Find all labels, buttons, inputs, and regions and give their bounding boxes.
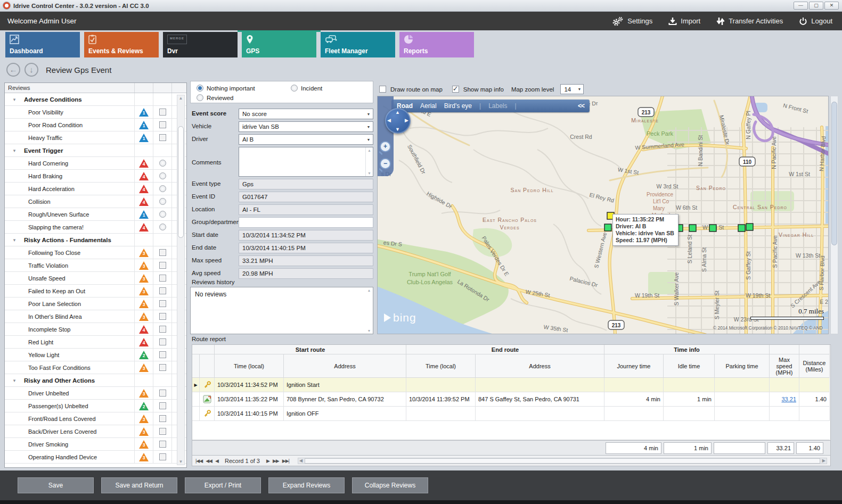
route-point-marker[interactable]: [746, 224, 753, 230]
pan-down-icon[interactable]: ▼: [395, 127, 400, 132]
review-checkbox[interactable]: [159, 262, 166, 269]
review-checkbox[interactable]: [159, 287, 166, 294]
collapse-arrow-icon[interactable]: ▾: [5, 378, 24, 383]
back-button[interactable]: ←: [6, 63, 20, 77]
review-item-row[interactable]: Poor Lane Selection3: [5, 298, 186, 310]
review-radio[interactable]: [159, 211, 166, 218]
comments-textarea[interactable]: ▲▼: [239, 147, 373, 177]
map-zoom-out-button[interactable]: −: [380, 158, 391, 169]
status-reviewed[interactable]: Reviewed: [197, 94, 234, 101]
max-speed-link[interactable]: 33.21: [781, 396, 796, 402]
review-checkbox[interactable]: [159, 109, 166, 115]
group-department-field[interactable]: [239, 217, 373, 228]
table-horizontal-scrollbar[interactable]: ◀ ▶: [298, 458, 827, 464]
review-checkbox[interactable]: [159, 441, 166, 448]
review-checkbox[interactable]: [159, 249, 166, 256]
review-item-row[interactable]: Poor Road Condition1: [5, 119, 186, 131]
pan-left-icon[interactable]: ◀: [387, 118, 391, 123]
review-item-row[interactable]: Front/Road Lens Covered3: [5, 412, 186, 425]
review-item-row[interactable]: Following Too Close3: [5, 246, 186, 259]
radio-icon[interactable]: [197, 94, 203, 101]
review-item-row[interactable]: Hard Acceleration4: [5, 183, 186, 195]
map-zoom-in-button[interactable]: +: [380, 141, 391, 152]
record-next-icon[interactable]: ▶: [266, 458, 269, 464]
close-button[interactable]: ✕: [824, 2, 839, 10]
review-item-row[interactable]: Driver Unbelted3: [5, 387, 186, 400]
reviews-section-row[interactable]: ▾Adverse Conditions: [5, 93, 186, 106]
review-item-row[interactable]: Poor Visibility1: [5, 106, 186, 119]
review-item-row[interactable]: Rough/Uneven Surface1: [5, 208, 186, 221]
event-score-select[interactable]: No score▼: [239, 109, 373, 119]
collapse-arrow-icon[interactable]: ▾: [5, 97, 24, 102]
minimize-button[interactable]: —: [794, 2, 808, 10]
record-prev-page-icon[interactable]: ◀◀: [206, 458, 212, 464]
review-item-row[interactable]: Heavy Traffic1: [5, 131, 186, 144]
collapse-arrow-icon[interactable]: ▾: [5, 148, 24, 153]
record-first-icon[interactable]: |◀◀: [195, 458, 202, 464]
transfer-activities-button[interactable]: Transfer Activities: [716, 17, 783, 26]
route-point-marker[interactable]: [709, 225, 716, 232]
review-radio[interactable]: [159, 172, 166, 179]
status-incident[interactable]: Incident: [291, 85, 322, 92]
review-item-row[interactable]: Traffic Violation3: [5, 259, 186, 272]
scroll-up-icon[interactable]: ▲: [177, 96, 184, 101]
review-item-row[interactable]: Back/Driver Lens Covered3: [5, 425, 186, 438]
record-last-icon[interactable]: ▶▶|: [282, 458, 289, 464]
review-item-row[interactable]: Slapping the camera!4: [5, 221, 186, 234]
map-compass-control[interactable]: ▲ ▼ ◀ ▶: [385, 108, 411, 134]
reviews-section-row[interactable]: ▾Risky and Other Actions: [5, 374, 186, 387]
review-item-row[interactable]: Driver Smoking3: [5, 438, 186, 451]
review-checkbox[interactable]: [159, 275, 166, 282]
map-vertical-scrollbar[interactable]: [830, 96, 838, 334]
review-checkbox[interactable]: [159, 313, 166, 320]
review-checkbox[interactable]: [159, 364, 166, 371]
history-scrollbar[interactable]: ▲▼: [365, 287, 373, 334]
tab-dvr[interactable]: MERGE Dvr: [163, 32, 238, 57]
reviews-section-row[interactable]: ▾Event Trigger: [5, 144, 186, 157]
reviews-scrollbar[interactable]: ▲ ▼: [177, 95, 185, 465]
pan-right-icon[interactable]: ▶: [405, 118, 408, 123]
expand-reviews-button[interactable]: Expand Reviews: [268, 477, 345, 493]
review-item-row[interactable]: Red Light4: [5, 336, 186, 349]
tab-fleet-manager[interactable]: Fleet Manager: [321, 32, 395, 57]
tab-gps[interactable]: GPS: [242, 32, 316, 57]
map-zoom-select[interactable]: 14▼: [560, 84, 584, 94]
review-checkbox[interactable]: [159, 121, 166, 128]
radio-icon[interactable]: [197, 85, 203, 92]
chevron-down-icon[interactable]: ▼: [577, 87, 583, 91]
scroll-thumb[interactable]: [178, 126, 184, 238]
save-and-return-button[interactable]: Save and Return: [101, 477, 177, 493]
map-nav-aerial[interactable]: Aerial: [420, 102, 437, 110]
review-item-row[interactable]: Hard Cornering4: [5, 157, 186, 170]
route-point-marker[interactable]: [689, 225, 696, 232]
tab-events-reviews[interactable]: Events & Reviews: [84, 32, 159, 57]
settings-button[interactable]: Settings: [612, 16, 652, 26]
map-nav-labels[interactable]: Labels: [488, 102, 507, 110]
show-map-info-checkbox[interactable]: [452, 86, 459, 93]
map-nav-collapse-button[interactable]: <<: [578, 102, 584, 110]
review-checkbox[interactable]: [159, 300, 166, 307]
route-point-marker[interactable]: [604, 224, 611, 231]
collapse-reviews-button[interactable]: Collapse Reviews: [352, 477, 428, 493]
review-checkbox[interactable]: [159, 326, 166, 333]
review-radio[interactable]: [159, 160, 166, 167]
review-item-row[interactable]: Collision4: [5, 195, 186, 208]
map-canvas[interactable]: s Drest Rd ESouthfield DrHightide Dres D…: [378, 96, 829, 334]
review-checkbox[interactable]: [159, 338, 166, 345]
review-item-row[interactable]: Failed to Keep an Out3: [5, 285, 186, 298]
review-radio[interactable]: [159, 185, 166, 192]
maximize-button[interactable]: ▢: [809, 2, 823, 10]
review-item-row[interactable]: In Other's Blind Area3: [5, 310, 186, 323]
scroll-right-icon[interactable]: ▶: [822, 458, 825, 463]
review-checkbox[interactable]: [159, 134, 166, 141]
review-radio[interactable]: [159, 198, 166, 205]
review-item-row[interactable]: Unsafe Speed3: [5, 272, 186, 285]
scroll-down-icon[interactable]: ▼: [177, 459, 184, 464]
textarea-scrollbar[interactable]: ▲▼: [365, 147, 373, 176]
draw-route-checkbox[interactable]: [379, 86, 386, 93]
import-button[interactable]: Import: [668, 17, 700, 26]
reviews-section-row[interactable]: ▾Risky Actions - Fundamentals: [5, 234, 186, 246]
scroll-left-icon[interactable]: ◀: [299, 458, 303, 463]
vehicle-select[interactable]: idrive Van SB▼: [239, 121, 373, 132]
pan-up-icon[interactable]: ▲: [395, 110, 400, 115]
